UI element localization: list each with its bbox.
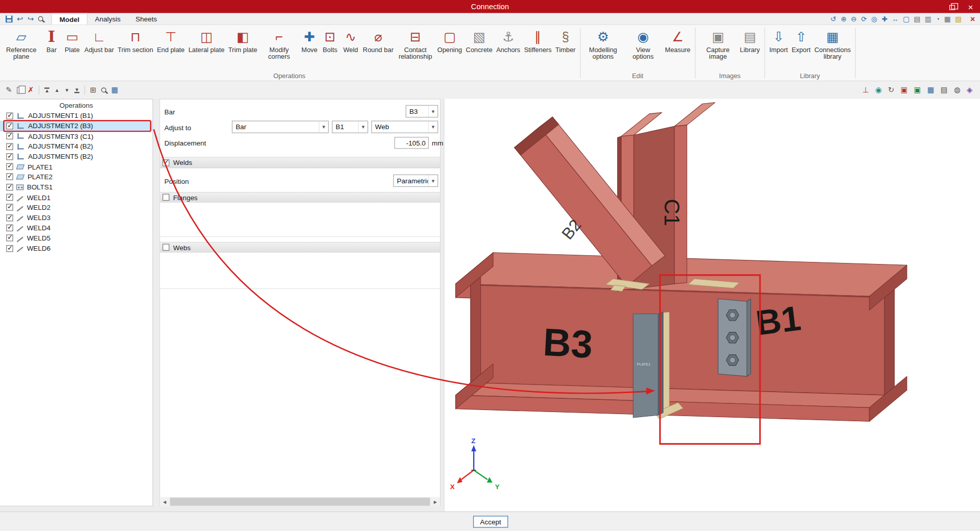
model-3d-viewport[interactable]: C1 B2	[444, 99, 980, 511]
tree-item-weld1[interactable]: WELD1	[0, 192, 153, 202]
visibility-icon[interactable]: ◍	[954, 86, 961, 94]
ribbon-button-connections-library[interactable]: ▦Connections library	[813, 26, 852, 71]
tree-item-adjustment2[interactable]: ADJUSTMENT2 (B3)	[0, 121, 153, 131]
tree-item-weld6[interactable]: WELD6	[0, 243, 153, 253]
search-icon[interactable]	[101, 87, 106, 92]
ribbon-button-bar[interactable]: IBar	[41, 26, 62, 71]
checkbox-icon[interactable]	[6, 153, 13, 160]
zoom-in-icon[interactable]: ⊕	[841, 15, 846, 23]
zoom-out-icon[interactable]: ⊖	[851, 15, 856, 23]
checkbox-icon[interactable]	[6, 194, 13, 201]
solid-view-icon[interactable]: ▣	[900, 86, 908, 94]
pan-icon[interactable]: ✚	[881, 15, 887, 23]
ribbon-button-end-plate[interactable]: ⊤End plate	[155, 26, 187, 71]
ribbon-button-import[interactable]: ⇩Import	[768, 26, 790, 71]
orbit-icon[interactable]: ↻	[888, 86, 894, 94]
ribbon-button-bolts[interactable]: ⊡Bolts	[320, 26, 340, 71]
clock-icon[interactable]: ◔	[936, 15, 940, 22]
ribbon-button-trim-section[interactable]: ⊓Trim section	[116, 26, 155, 71]
checkbox-icon[interactable]	[6, 204, 13, 211]
ribbon-button-export[interactable]: ⇧Export	[790, 26, 813, 71]
adjust-member-select[interactable]: B1	[332, 120, 368, 133]
close-view-icon[interactable]: ×	[970, 14, 975, 23]
settings-icon[interactable]: ▦	[111, 86, 118, 94]
checkbox-icon[interactable]	[6, 174, 13, 180]
save-icon[interactable]	[6, 15, 12, 22]
displacement-input[interactable]: -105.0	[395, 137, 429, 149]
transparent-view-icon[interactable]: ▣	[914, 86, 921, 94]
webs-checkbox-icon[interactable]	[162, 244, 169, 251]
layers-icon[interactable]: ▤	[941, 86, 948, 94]
grid-icon[interactable]: ▦	[944, 15, 951, 23]
move-top-icon[interactable]: ▲	[44, 87, 50, 93]
checkbox-icon[interactable]	[6, 123, 13, 129]
ribbon-button-reference-plane[interactable]: ▱Reference plane	[1, 26, 41, 71]
tree-item-weld3[interactable]: WELD3	[0, 212, 153, 223]
report-icon[interactable]: ▤	[914, 15, 920, 23]
checkbox-icon[interactable]	[6, 234, 13, 241]
tab-sheets[interactable]: Sheets	[128, 13, 164, 25]
checkbox-icon[interactable]	[6, 224, 13, 231]
refresh-icon[interactable]: ⟳	[861, 15, 867, 23]
ribbon-button-move[interactable]: ✚Move	[299, 26, 320, 71]
ribbon-button-contact-relationship[interactable]: ⊟Contact relationship	[396, 26, 435, 71]
ribbon-button-adjust-bar[interactable]: ∟Adjust bar	[83, 26, 116, 71]
ribbon-button-concrete[interactable]: ▧Concrete	[464, 26, 495, 71]
horizontal-scrollbar[interactable]: ◂ ▸	[160, 497, 440, 506]
close-button[interactable]: ×	[961, 0, 980, 13]
restore-button[interactable]	[943, 0, 962, 13]
ribbon-button-timber[interactable]: §Timber	[553, 26, 577, 71]
ribbon-button-opening[interactable]: ▢Opening	[435, 26, 464, 71]
edit-icon[interactable]: ✎	[6, 86, 12, 94]
ribbon-button-anchors[interactable]: ⚓Anchors	[494, 26, 522, 71]
welds-checkbox-icon[interactable]	[162, 159, 169, 166]
ribbon-button-measure[interactable]: ∠Measure	[663, 26, 692, 71]
move-bottom-icon[interactable]: ▼	[75, 87, 80, 93]
checkbox-icon[interactable]	[6, 112, 13, 119]
tree-item-adjustment3[interactable]: ADJUSTMENT3 (C1)	[0, 131, 153, 141]
copy-icon[interactable]	[17, 87, 22, 93]
tree-item-adjustment1[interactable]: ADJUSTMENT1 (B1)	[0, 111, 153, 121]
tree-item-adjustment4[interactable]: ADJUSTMENT4 (B2)	[0, 141, 153, 152]
ribbon-button-modify-corners[interactable]: ⌐Modify corners	[259, 26, 299, 71]
ribbon-button-capture-image[interactable]: ▣Capture image	[698, 26, 738, 71]
checkbox-icon[interactable]	[6, 143, 13, 150]
tree-item-bolts1[interactable]: BOLTS1	[0, 182, 153, 192]
ribbon-button-modelling-options[interactable]: ⚙Modelling options	[583, 26, 623, 71]
flanges-checkbox-icon[interactable]	[162, 194, 169, 201]
tab-model[interactable]: Model	[52, 13, 88, 25]
tree-item-weld4[interactable]: WELD4	[0, 223, 153, 233]
redo-icon[interactable]: ↪	[28, 14, 34, 23]
checkbox-icon[interactable]	[6, 163, 13, 170]
checkbox-icon[interactable]	[6, 184, 13, 190]
viewport-icon[interactable]: ▢	[903, 15, 910, 23]
ribbon-button-library[interactable]: ▤Library	[738, 26, 762, 71]
tab-analysis[interactable]: Analysis	[87, 13, 128, 25]
view-orientation-icon[interactable]: ◉	[875, 86, 882, 94]
connector-icon[interactable]: ◈	[967, 86, 972, 94]
scroll-left-icon[interactable]: ◂	[160, 497, 169, 506]
search-icon[interactable]	[38, 16, 43, 21]
move-up-icon[interactable]: ▲	[55, 88, 60, 92]
axes-icon[interactable]: ⊥	[863, 86, 869, 94]
scroll-right-icon[interactable]: ▸	[431, 497, 440, 506]
chart-icon[interactable]: ▥	[925, 15, 932, 23]
tree-item-weld5[interactable]: WELD5	[0, 233, 153, 243]
adjust-type-select[interactable]: Bar	[232, 120, 329, 133]
fit-width-icon[interactable]: ↔	[892, 15, 898, 22]
fit-view-icon[interactable]: ↺	[830, 15, 836, 23]
position-select[interactable]: Parametric	[393, 175, 438, 187]
ribbon-button-stiffeners[interactable]: ∥Stiffeners	[522, 26, 553, 71]
tree-item-plate2[interactable]: PLATE2	[0, 172, 153, 182]
ribbon-button-weld[interactable]: ∿Weld	[340, 26, 361, 71]
ribbon-button-trim-plate[interactable]: ◧Trim plate	[227, 26, 259, 71]
tree-item-adjustment5[interactable]: ADJUSTMENT5 (B2)	[0, 152, 153, 162]
scrollbar-thumb[interactable]	[170, 498, 430, 506]
ribbon-button-lateral-plate[interactable]: ◫Lateral plate	[186, 26, 226, 71]
accept-button[interactable]: Accept	[473, 516, 508, 527]
tree-item-weld2[interactable]: WELD2	[0, 202, 153, 212]
ribbon-button-plate[interactable]: ▭Plate	[62, 26, 82, 71]
checkbox-icon[interactable]	[6, 214, 13, 221]
bar-select[interactable]: B3	[406, 105, 438, 117]
adjust-part-select[interactable]: Web	[371, 120, 438, 133]
